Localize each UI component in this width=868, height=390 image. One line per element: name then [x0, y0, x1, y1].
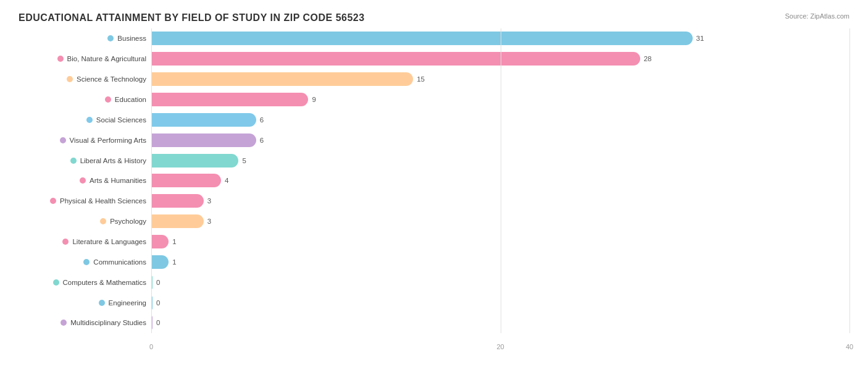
- label-text: Psychology: [110, 218, 146, 225]
- label-dot: [67, 76, 73, 82]
- label-item: Business: [19, 29, 151, 48]
- bar-value-label: 6: [260, 116, 264, 124]
- bar-fill: [151, 174, 221, 187]
- x-axis: 02040: [151, 333, 849, 350]
- bar-value-label: 0: [156, 319, 160, 326]
- label-text: Literature & Languages: [72, 238, 146, 245]
- label-item: Visual & Performing Arts: [19, 131, 151, 150]
- bar-fill: [151, 194, 204, 208]
- label-dot: [83, 259, 90, 265]
- label-dot: [86, 117, 93, 123]
- label-dot: [60, 137, 66, 143]
- label-dot: [100, 218, 106, 224]
- bar-fill: [151, 32, 693, 45]
- chart-body: BusinessBio, Nature & AgriculturalScienc…: [19, 28, 849, 350]
- label-item: Science & Technology: [19, 70, 151, 88]
- label-item: Arts & Humanities: [19, 171, 151, 190]
- bar-value-label: 28: [644, 55, 652, 62]
- label-item: Bio, Nature & Agricultural: [19, 49, 151, 68]
- label-item: Engineering: [19, 294, 151, 312]
- label-text: Bio, Nature & Agricultural: [67, 55, 146, 62]
- chart-container: EDUCATIONAL ATTAINMENT BY FIELD OF STUDY…: [0, 0, 868, 390]
- label-text: Liberal Arts & History: [80, 157, 146, 164]
- x-tick-label: 20: [496, 343, 504, 350]
- bar-value-label: 9: [312, 96, 315, 103]
- bar-value-label: 3: [207, 197, 211, 205]
- bar-fill: [151, 93, 308, 106]
- bar-value-label: 15: [417, 75, 425, 83]
- bar-fill: [151, 52, 640, 66]
- bar-value-label: 31: [696, 35, 704, 42]
- label-item: Liberal Arts & History: [19, 151, 151, 170]
- label-text: Multidisciplinary Studies: [70, 319, 146, 326]
- bar-value-label: 0: [156, 279, 160, 286]
- label-text: Communications: [93, 258, 146, 266]
- bar-fill: [151, 214, 204, 228]
- grid-line: [849, 28, 850, 333]
- label-item: Communications: [19, 253, 151, 271]
- label-item: Education: [19, 90, 151, 109]
- label-dot: [57, 56, 64, 62]
- label-text: Social Sciences: [96, 116, 146, 124]
- grid-line: [501, 28, 501, 333]
- label-item: Literature & Languages: [19, 232, 151, 251]
- bar-value-label: 1: [172, 238, 176, 245]
- label-dot: [62, 239, 69, 245]
- bar-value-label: 5: [242, 157, 246, 164]
- label-dot: [61, 320, 67, 326]
- bar-fill: [151, 255, 169, 269]
- label-dot: [107, 35, 114, 41]
- label-dot: [53, 279, 59, 286]
- bar-value-label: 6: [260, 137, 264, 144]
- label-text: Engineering: [109, 299, 146, 307]
- label-item: Social Sciences: [19, 111, 151, 129]
- label-text: Arts & Humanities: [90, 177, 146, 184]
- bar-fill: [151, 235, 169, 248]
- label-item: Computers & Mathematics: [19, 273, 151, 292]
- bar-fill: [151, 72, 413, 86]
- label-item: Multidisciplinary Studies: [19, 313, 151, 332]
- label-item: Psychology: [19, 212, 151, 231]
- label-text: Education: [115, 96, 146, 103]
- bars-column: 312815966543311000 02040: [151, 28, 849, 350]
- bar-fill: [151, 113, 256, 127]
- label-text: Business: [117, 35, 146, 42]
- grid-line: [151, 28, 152, 333]
- label-text: Computers & Mathematics: [63, 279, 147, 286]
- label-text: Physical & Health Sciences: [60, 197, 146, 205]
- label-item: Physical & Health Sciences: [19, 192, 151, 210]
- chart-title: EDUCATIONAL ATTAINMENT BY FIELD OF STUDY…: [19, 12, 849, 23]
- bar-value-label: 3: [207, 218, 211, 225]
- x-tick-label: 0: [149, 343, 153, 350]
- bar-value-label: 1: [172, 258, 176, 266]
- label-dot: [50, 198, 56, 204]
- bar-value-label: 0: [156, 299, 160, 307]
- labels-column: BusinessBio, Nature & AgriculturalScienc…: [19, 28, 151, 350]
- label-dot: [70, 158, 77, 164]
- label-dot: [105, 96, 111, 103]
- bar-fill: [151, 154, 238, 167]
- label-dot: [99, 300, 105, 306]
- label-text: Science & Technology: [77, 75, 146, 83]
- label-dot: [80, 177, 86, 184]
- bar-value-label: 4: [225, 177, 228, 184]
- chart-source: Source: ZipAtlas.com: [785, 12, 849, 20]
- label-text: Visual & Performing Arts: [70, 137, 146, 144]
- x-tick-label: 40: [846, 343, 853, 350]
- bar-fill: [151, 134, 256, 147]
